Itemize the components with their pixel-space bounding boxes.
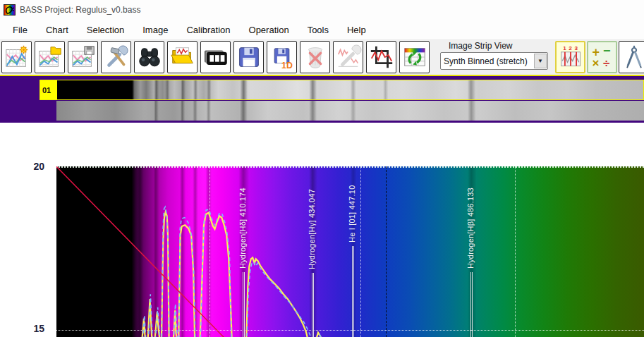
- save-1d-badge: 1D: [281, 61, 293, 71]
- app-icon: [4, 4, 16, 16]
- spectrum-chart[interactable]: Hydrogen[Hδ] 410.174Hydrogen[Hγ] 434.047…: [56, 166, 644, 337]
- menu-bar: File Chart Selection Image Calibration O…: [0, 20, 644, 40]
- toolbar: 1D: [0, 40, 644, 75]
- save-chart-icon: [70, 44, 97, 71]
- menu-selection[interactable]: Selection: [87, 25, 124, 35]
- refresh-reprocess-button[interactable]: [399, 41, 430, 73]
- math-operations-button[interactable]: + − × ÷: [587, 41, 617, 73]
- measure-compass-button[interactable]: [619, 41, 644, 73]
- element-line-badge-1: 1: [563, 45, 566, 51]
- menu-calibration[interactable]: Calibration: [186, 25, 230, 35]
- menu-chart[interactable]: Chart: [46, 25, 68, 35]
- y-axis-tick-20: 20: [20, 161, 44, 172]
- math-operations-icon: + − × ÷: [590, 44, 615, 71]
- spectral-line-tick: [352, 246, 354, 337]
- spectral-line-label: Hydrogen[Hβ] 486.133: [466, 188, 475, 269]
- spectral-line-label: He I [01] 447.10: [348, 185, 356, 243]
- menu-help[interactable]: Help: [347, 25, 366, 35]
- binoculars-icon: [136, 44, 163, 71]
- times-glyph: ×: [592, 56, 599, 70]
- strip-index-label: 01: [40, 80, 57, 99]
- menu-file[interactable]: File: [13, 25, 28, 35]
- new-chart-icon: [4, 44, 30, 71]
- save-1d-icon: 1D: [269, 44, 296, 71]
- open-into-chart-button[interactable]: [35, 41, 65, 73]
- spectral-line-label: Hydrogen[Hγ] 434.047: [308, 189, 316, 269]
- menu-operation[interactable]: Operation: [249, 25, 289, 35]
- image-stack-film-button[interactable]: [200, 41, 231, 73]
- divide-glyph: ÷: [602, 56, 609, 70]
- open-folder-spectrum-icon: [169, 44, 196, 71]
- save-button[interactable]: [233, 41, 264, 73]
- strip-image-selected[interactable]: [57, 80, 643, 99]
- window-title: BASS Project: Regulus_v0.bass: [20, 5, 140, 15]
- reference-slope-line-curve: [56, 166, 231, 337]
- menu-image[interactable]: Image: [142, 25, 168, 35]
- spectral-line-label: Hydrogen[Hδ] 410.174: [238, 188, 247, 269]
- refresh-table-icon: [401, 44, 428, 71]
- image-strip-row[interactable]: 01: [40, 80, 644, 100]
- element-lines-icon: 1 2 3: [558, 44, 583, 71]
- crop-spectrum-icon: [368, 44, 395, 71]
- element-lines-button[interactable]: 1 2 3: [555, 41, 585, 73]
- element-line-badge-2: 2: [569, 45, 572, 51]
- delete-trash-button[interactable]: [300, 41, 330, 73]
- minus-glyph: −: [602, 44, 610, 58]
- dropdown-arrow-icon[interactable]: ▼: [534, 54, 547, 68]
- image-strip-view-select[interactable]: Synth Binned (stretch) ▼: [440, 52, 548, 70]
- spectral-line-tick: [312, 273, 314, 337]
- image-strip-panel: 01: [0, 76, 644, 123]
- image-strip-view-value: Synth Binned (stretch): [441, 56, 534, 66]
- settings-tools-button[interactable]: [101, 41, 131, 73]
- menu-tools[interactable]: Tools: [308, 25, 329, 35]
- title-bar: BASS Project: Regulus_v0.bass: [0, 0, 644, 20]
- open-profile-folder-button[interactable]: [167, 41, 198, 73]
- compass-icon: [621, 44, 644, 71]
- tools-icon: [103, 44, 130, 71]
- image-strip-view-group: Image Strip View Synth Binned (stretch) …: [440, 40, 548, 70]
- save-icon: [236, 44, 262, 71]
- search-binoculars-button[interactable]: [134, 41, 164, 73]
- save-1d-button[interactable]: 1D: [267, 41, 297, 73]
- spectral-line-tick: [470, 272, 473, 337]
- open-chart-icon: [37, 44, 63, 71]
- element-line-badge-3: 3: [574, 45, 578, 51]
- trash-icon: [302, 44, 329, 71]
- y-axis-tick-15: 15: [20, 323, 44, 334]
- spectral-line-tick: [243, 272, 245, 337]
- strip-image-synth[interactable]: [56, 101, 644, 121]
- bass-window: BASS Project: Regulus_v0.bass File Chart…: [0, 0, 644, 337]
- crop-profile-button[interactable]: [366, 41, 396, 73]
- save-chart-button[interactable]: [68, 41, 98, 73]
- profile-tools-button[interactable]: [333, 41, 363, 73]
- wrench-spectrum-icon: [335, 44, 362, 71]
- new-chart-button[interactable]: [1, 41, 32, 73]
- film-strip-icon: [202, 44, 229, 71]
- image-strip-view-label: Image Strip View: [449, 41, 548, 51]
- raw-spectrum-profile-curve: [142, 207, 322, 337]
